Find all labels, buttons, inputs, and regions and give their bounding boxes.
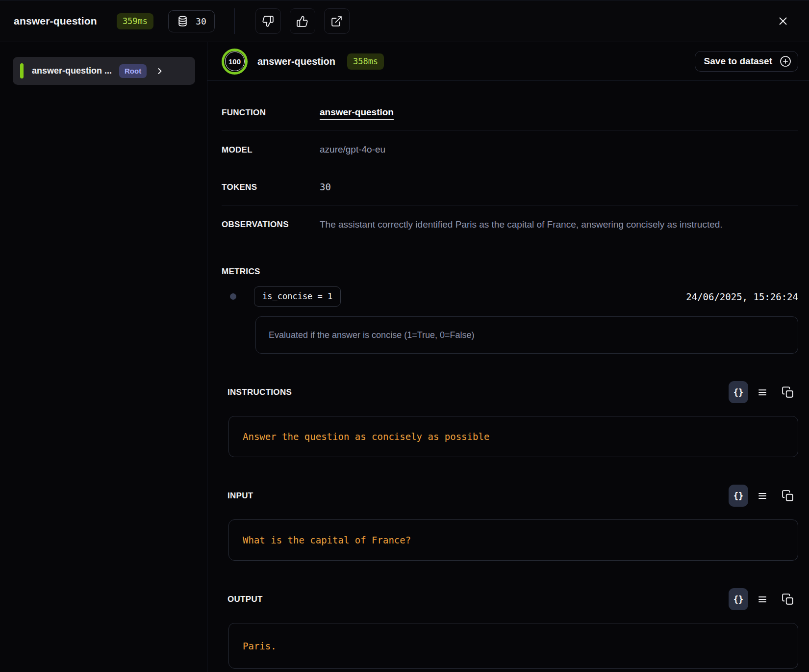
- json-view-button[interactable]: {}: [729, 381, 748, 403]
- token-count-value: 30: [196, 16, 206, 26]
- trace-tree-item[interactable]: answer-question ... Root: [13, 57, 195, 85]
- status-accent-bar: [20, 63, 24, 78]
- external-link-icon: [330, 15, 343, 27]
- observations-row: OBSERVATIONS The assistant correctly ide…: [222, 206, 798, 248]
- span-detail-body: FUNCTION answer-question MODEL azure/gpt…: [207, 81, 809, 669]
- instructions-box: Answer the question as concisely as poss…: [228, 416, 798, 457]
- metric-timestamp: 24/06/2025, 15:26:24: [686, 291, 798, 302]
- thumbs-down-button[interactable]: [255, 8, 281, 34]
- text-view-button[interactable]: [753, 588, 773, 610]
- input-box: What is the capital of France?: [228, 519, 798, 561]
- input-toolbar: {}: [729, 485, 798, 507]
- chevron-right-icon: [155, 66, 165, 76]
- close-button[interactable]: [772, 10, 794, 32]
- metrics-label: METRICS: [222, 267, 798, 277]
- trace-tree-item-label: answer-question ...: [32, 66, 112, 76]
- thumbs-up-icon: [296, 15, 308, 27]
- trace-title: answer-question: [14, 15, 97, 27]
- metric-row: is_concise = 1 24/06/2025, 15:26:24: [222, 286, 798, 307]
- instructions-section: INSTRUCTIONS {}: [222, 381, 798, 457]
- observations-value: The assistant correctly identified Paris…: [320, 214, 723, 235]
- tokens-label: TOKENS: [222, 181, 320, 192]
- score-ring: 100: [222, 49, 248, 75]
- trace-tree-sidebar: answer-question ... Root: [0, 42, 207, 672]
- save-to-dataset-label: Save to dataset: [704, 56, 772, 67]
- json-view-button[interactable]: {}: [729, 588, 748, 610]
- copy-button[interactable]: [778, 485, 798, 507]
- instructions-header: INSTRUCTIONS {}: [222, 381, 798, 403]
- thumbs-up-button[interactable]: [290, 8, 315, 34]
- json-view-button[interactable]: {}: [729, 485, 748, 507]
- open-external-button[interactable]: [324, 8, 350, 34]
- span-title: answer-question: [257, 56, 335, 67]
- function-label: FUNCTION: [222, 107, 320, 118]
- function-row: FUNCTION answer-question: [222, 94, 798, 131]
- copy-icon: [782, 593, 794, 606]
- observations-label: OBSERVATIONS: [222, 219, 320, 235]
- text-view-button[interactable]: [753, 485, 773, 507]
- input-section: INPUT {}: [222, 485, 798, 561]
- token-count-chip: 30: [168, 10, 215, 32]
- lines-icon: [757, 387, 769, 398]
- span-detail-panel: 100 answer-question 358ms Save to datase…: [207, 42, 809, 672]
- save-to-dataset-button[interactable]: Save to dataset: [695, 51, 798, 72]
- output-box: Paris.: [228, 623, 798, 669]
- input-content: What is the capital of France?: [243, 535, 411, 545]
- metric-description-text: Evaluated if the answer is concise (1=Tr…: [269, 330, 475, 340]
- content-area: answer-question ... Root 100 answer-ques…: [0, 42, 809, 672]
- text-view-button[interactable]: [753, 381, 773, 403]
- metrics-section: METRICS is_concise = 1 24/06/2025, 15:26…: [222, 267, 798, 354]
- metric-value-chip[interactable]: is_concise = 1: [254, 286, 341, 307]
- root-badge: Root: [119, 64, 147, 78]
- output-label: OUTPUT: [228, 594, 263, 604]
- thumbs-down-icon: [262, 15, 274, 27]
- tokens-value: 30: [320, 181, 331, 192]
- model-row: MODEL azure/gpt-4o-eu: [222, 131, 798, 168]
- braces-icon: {}: [733, 594, 743, 604]
- toolbar-divider: [234, 8, 235, 34]
- span-header: 100 answer-question 358ms Save to datase…: [207, 42, 809, 81]
- lines-icon: [757, 594, 769, 605]
- input-header: INPUT {}: [222, 485, 798, 507]
- braces-icon: {}: [733, 491, 743, 501]
- output-section: OUTPUT {}: [222, 588, 798, 669]
- model-label: MODEL: [222, 144, 320, 155]
- plus-circle-icon: [780, 55, 791, 67]
- input-label: INPUT: [228, 491, 253, 501]
- output-content: Paris.: [243, 641, 277, 651]
- model-value: azure/gpt-4o-eu: [320, 144, 385, 155]
- instructions-toolbar: {}: [729, 381, 798, 403]
- instructions-content: Answer the question as concisely as poss…: [243, 431, 489, 442]
- copy-icon: [782, 386, 794, 399]
- copy-icon: [782, 490, 794, 502]
- span-duration-badge: 358ms: [347, 53, 384, 70]
- output-header: OUTPUT {}: [222, 588, 798, 610]
- database-icon: [177, 15, 189, 27]
- copy-button[interactable]: [778, 381, 798, 403]
- tokens-row: TOKENS 30: [222, 168, 798, 206]
- score-value: 100: [225, 52, 245, 71]
- top-bar: answer-question 359ms 30: [0, 0, 809, 42]
- lines-icon: [757, 490, 769, 502]
- output-toolbar: {}: [729, 588, 798, 610]
- feedback-actions: [255, 8, 350, 34]
- close-icon: [777, 15, 789, 27]
- metric-description-box: Evaluated if the answer is concise (1=Tr…: [255, 316, 798, 354]
- braces-icon: {}: [733, 388, 743, 397]
- instructions-label: INSTRUCTIONS: [228, 388, 292, 397]
- trace-duration-badge: 359ms: [117, 13, 153, 29]
- function-value-link[interactable]: answer-question: [320, 107, 394, 118]
- copy-button[interactable]: [778, 588, 798, 610]
- metric-dot-icon: [230, 293, 236, 300]
